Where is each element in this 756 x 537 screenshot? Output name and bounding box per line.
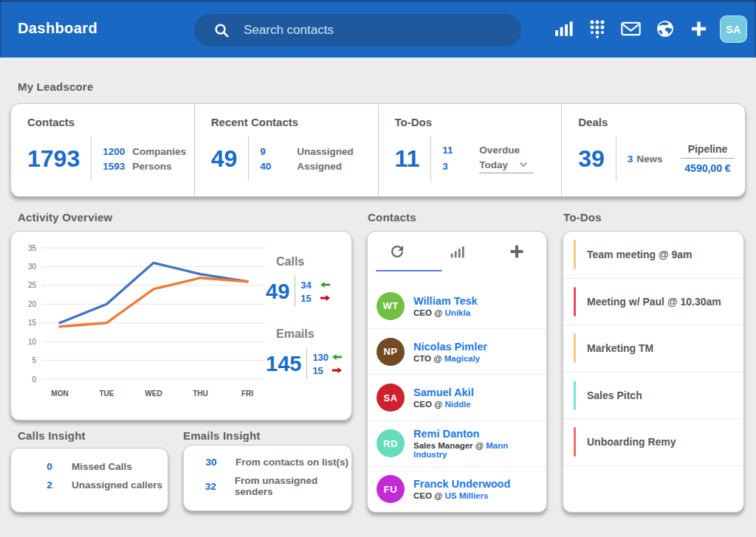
refresh-tab[interactable] <box>368 243 427 260</box>
contact-avatar: WT <box>377 292 405 320</box>
todo-item[interactable]: Meeting w/ Paul @ 10.30am <box>563 279 743 326</box>
recent-contacts-total: 49 <box>211 145 238 173</box>
add-contact-tab[interactable] <box>487 243 546 260</box>
emails-value: 145 <box>266 352 301 376</box>
divider <box>616 136 616 181</box>
todos-total: 11 <box>395 145 420 173</box>
stat-title: Contacts <box>27 116 188 128</box>
todo-item[interactable]: Sales Pitch <box>563 373 743 420</box>
contact-avatar: RD <box>377 429 405 457</box>
refresh-icon <box>388 243 406 260</box>
emails-insight-label: Emails Insight <box>183 429 261 442</box>
contact-company[interactable]: Niddle <box>445 400 471 409</box>
todo-accent-bar <box>574 240 576 269</box>
outgoing-arrow-icon <box>331 367 343 374</box>
svg-text:0: 0 <box>32 375 36 384</box>
todo-text: Unboarding Remy <box>587 436 676 448</box>
todo-item[interactable]: Team meeting @ 9am <box>563 232 743 279</box>
bar-chart-icon <box>449 243 465 260</box>
calls-value: 49 <box>266 280 289 304</box>
stat-card-deals: Deals 39 3 News Pipeline 4590,00 € <box>561 104 745 196</box>
stat-card-recent-contacts: Recent Contacts 49 9 Unassigned 40 Assig… <box>194 104 378 196</box>
activity-overview-card: 05101520253035MONTUEWEDTHUFRI Calls 49 3… <box>10 231 352 420</box>
mail-icon[interactable] <box>621 19 641 39</box>
todo-text: Team meeting @ 9am <box>587 249 693 260</box>
divider <box>91 136 92 181</box>
activity-metrics: Calls 49 34 15 <box>266 255 346 400</box>
calls-insight-card: 0 Missed Calls 2 Unassigned callers <box>10 448 168 513</box>
bar-chart-icon[interactable] <box>553 19 573 39</box>
todo-empty-row <box>563 466 743 513</box>
contact-company[interactable]: Unikla <box>445 308 471 317</box>
dialpad-icon[interactable] <box>587 19 607 39</box>
stat-card-todos: To-Dos 11 11 Overdue 3 Today <box>378 104 562 196</box>
svg-text:FRI: FRI <box>241 389 253 398</box>
missed-calls-row: 0 Missed Calls <box>44 461 168 472</box>
todo-item[interactable]: Unboarding Remy <box>563 419 743 466</box>
todo-accent-bar <box>574 287 576 316</box>
leadscore-stats-card: Contacts 1793 1200 Companies 1593 Person… <box>10 103 746 197</box>
deals-total: 39 <box>578 145 605 173</box>
todo-text: Meeting w/ Paul @ 10.30am <box>587 296 721 308</box>
unassigned-callers-row: 2 Unassigned callers <box>44 479 168 491</box>
contact-name[interactable]: Nicolas Pimler <box>413 341 487 353</box>
plus-icon <box>508 243 526 260</box>
plus-icon[interactable] <box>689 19 709 39</box>
contacts-section-label: Contacts <box>368 211 416 224</box>
pipeline-link[interactable]: Pipeline 4590,00 € <box>681 143 735 174</box>
user-avatar[interactable]: SA <box>720 15 747 43</box>
contact-role: CTO @ <box>413 354 441 363</box>
contacts-chart-tab[interactable] <box>427 243 487 260</box>
search-icon <box>213 22 230 39</box>
today-dropdown[interactable]: Today <box>479 159 534 173</box>
deals-news: 3 News <box>628 153 663 164</box>
emails-incoming: 130 <box>312 352 343 363</box>
contact-row[interactable]: FU Franck Underwood CEO @ US Milliers <box>368 466 546 512</box>
contact-avatar: NP <box>377 338 405 366</box>
active-tab-underline <box>376 270 442 271</box>
contact-avatar: FU <box>377 475 405 503</box>
contact-avatar: SA <box>377 384 405 412</box>
calls-outgoing: 15 <box>300 293 331 304</box>
globe-icon[interactable] <box>655 19 675 39</box>
todo-item[interactable]: Marketing TM <box>563 325 743 373</box>
contact-role: CEO @ <box>413 400 442 409</box>
contact-list: WT William Tesk CEO @ Unikla NP Nicolas … <box>368 283 546 512</box>
svg-text:20: 20 <box>28 300 37 308</box>
contact-role: CEO @ <box>413 308 442 317</box>
emails-insight-card: 30 From contacts on list(s) 32 From unas… <box>183 445 352 511</box>
stat-title: Recent Contacts <box>211 116 372 128</box>
substat-persons: 1593 Persons <box>103 161 186 172</box>
svg-text:35: 35 <box>28 244 37 252</box>
todo-accent-bar <box>574 381 576 410</box>
todos-panel: Team meeting @ 9am Meeting w/ Paul @ 10.… <box>563 231 744 513</box>
header-icon-bar <box>553 0 709 58</box>
contacts-panel: WT William Tesk CEO @ Unikla NP Nicolas … <box>367 231 547 513</box>
calls-insight-label: Calls Insight <box>18 429 86 442</box>
contact-company[interactable]: US Milliers <box>445 491 489 500</box>
contact-row[interactable]: SA Samuel Akil CEO @ Niddle <box>368 374 546 420</box>
calls-label: Calls <box>276 255 346 268</box>
contact-row[interactable]: RD Remi Danton Sales Manager @ Mann Indu… <box>368 420 546 466</box>
contact-name[interactable]: Remi Danton <box>413 428 537 440</box>
todo-accent-bar <box>574 333 576 363</box>
svg-text:25: 25 <box>28 281 37 289</box>
svg-text:15: 15 <box>28 319 37 327</box>
contact-company[interactable]: Magicaly <box>444 354 481 363</box>
page-title: Dashboard <box>18 20 97 37</box>
svg-text:5: 5 <box>32 356 36 364</box>
divider <box>248 136 249 181</box>
incoming-arrow-icon <box>331 353 343 361</box>
search-bar[interactable] <box>194 14 521 46</box>
todo-text: Marketing TM <box>587 342 653 354</box>
contact-name[interactable]: Samuel Akil <box>413 387 474 398</box>
svg-text:10: 10 <box>28 338 37 346</box>
stat-card-contacts: Contacts 1793 1200 Companies 1593 Person… <box>11 104 194 196</box>
contact-row[interactable]: WT William Tesk CEO @ Unikla <box>368 283 546 328</box>
contact-role: CEO @ <box>413 491 442 500</box>
contact-name[interactable]: Franck Underwood <box>413 478 510 490</box>
contact-row[interactable]: NP Nicolas Pimler CTO @ Magicaly <box>368 328 546 374</box>
contact-name[interactable]: William Tesk <box>413 295 478 307</box>
search-input[interactable] <box>244 23 487 38</box>
substat-today: 3 Today <box>442 159 534 173</box>
